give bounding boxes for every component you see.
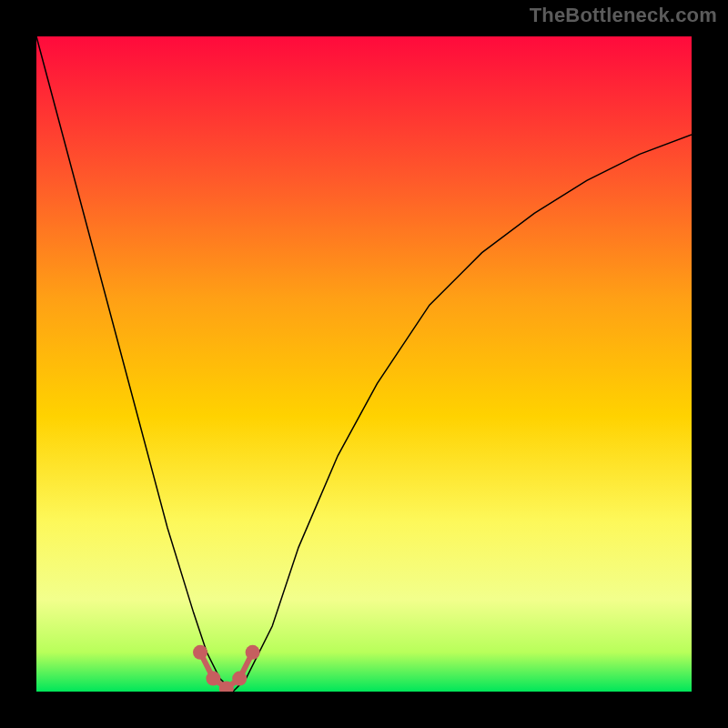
watermark-text: TheBottleneck.com (530, 4, 717, 27)
plot-area (36, 36, 692, 692)
chart-frame: TheBottleneck.com (0, 0, 728, 728)
cluster-point (246, 645, 260, 660)
gradient-background (36, 36, 692, 692)
plot-svg (36, 36, 692, 692)
cluster-point (193, 645, 207, 660)
cluster-point (232, 672, 247, 686)
cluster-point (206, 672, 220, 686)
